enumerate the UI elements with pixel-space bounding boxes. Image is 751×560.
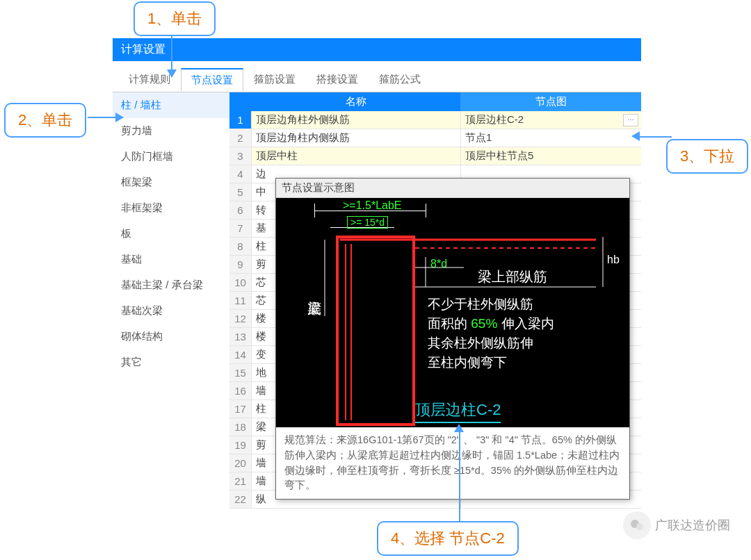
sidebar-item[interactable]: 人防门框墙 [113, 144, 229, 170]
sidebar: 柱 / 墙柱剪力墙人防门框墙框架梁非框架梁板基础基础主梁 / 承台梁基础次梁砌体… [113, 92, 229, 509]
tab-bar: 计算规则 节点设置 箍筋设置 搭接设置 箍筋公式 [113, 61, 641, 92]
row-number: 18 [229, 418, 252, 436]
sidebar-item[interactable]: 基础 [113, 247, 229, 272]
watermark: 广联达造价圈 [623, 511, 730, 539]
sidebar-item[interactable]: 其它 [113, 349, 229, 375]
row-number: 10 [229, 274, 252, 291]
row-number: 16 [229, 382, 252, 400]
row-number: 14 [229, 346, 252, 363]
popup-title: 节点设置示意图 [276, 179, 629, 198]
svg-point-3 [636, 523, 643, 530]
sidebar-item[interactable]: 基础次梁 [113, 298, 229, 324]
row-fig[interactable]: 顶层中柱节点5 [460, 147, 641, 165]
row-number: 1 [229, 111, 252, 129]
row-number: 6 [229, 201, 252, 219]
tab-hoop-formula[interactable]: 箍筋公式 [369, 68, 431, 92]
grid-header: 名称 节点图 [229, 92, 641, 111]
row-number: 2 [229, 129, 252, 147]
row-fig[interactable]: 顶层边柱C-2⋯ [460, 111, 641, 129]
tab-hoop-set[interactable]: 箍筋设置 [243, 68, 306, 92]
svg-rect-0 [337, 237, 414, 425]
row-number: 15 [229, 364, 252, 381]
desc-line4: 至柱内侧弯下 [428, 354, 507, 372]
popup-footer: 规范算法：来源16G101-1第67页的 "2" 、 "3" 和 "4" 节点。… [276, 427, 629, 499]
sidebar-item[interactable]: 非框架梁 [113, 195, 229, 221]
wechat-icon [623, 511, 651, 539]
row-number: 22 [229, 491, 252, 508]
col-header-fig: 节点图 [460, 92, 641, 111]
row-number: 21 [229, 472, 252, 490]
row-number: 11 [229, 292, 252, 309]
sidebar-item[interactable]: 板 [113, 221, 229, 247]
row-number: 20 [229, 454, 252, 472]
row-number: 5 [229, 183, 252, 201]
table-row[interactable]: 1顶层边角柱外侧纵筋顶层边柱C-2⋯ [229, 111, 641, 129]
tab-splice-set[interactable]: 搭接设置 [306, 68, 369, 92]
row-fig[interactable]: 节点1 [460, 129, 641, 147]
diagram-caption: 顶层边柱C-2 [415, 400, 501, 423]
row-number: 19 [229, 436, 252, 454]
diagram-canvas: >=1.5*LabE >= 15*d 8*d hb 梁上部纵筋 梁底 不少于柱外… [276, 198, 629, 427]
desc-line2: 面积的 65% 伸入梁内 [428, 315, 554, 333]
sidebar-item[interactable]: 剪力墙 [113, 118, 229, 144]
callout-3: 3、下拉 [666, 139, 748, 174]
callout-4: 4、选择 节点C-2 [377, 521, 519, 556]
row-number: 4 [229, 165, 252, 183]
diagram-popup: 节点设置示意图 >=1.5*LabE >= 15*d 8*d hb 梁上部纵筋 … [275, 178, 630, 500]
desc-line3: 其余柱外侧纵筋伸 [428, 334, 533, 352]
sidebar-item[interactable]: 砌体结构 [113, 324, 229, 349]
row-number: 12 [229, 310, 252, 327]
row-number: 8 [229, 238, 252, 255]
sidebar-item[interactable]: 基础主梁 / 承台梁 [113, 272, 229, 298]
row-number: 13 [229, 328, 252, 345]
callout-2: 2、单击 [4, 103, 86, 138]
row-name: 顶层边角柱内侧纵筋 [252, 131, 460, 145]
col-header-name: 名称 [252, 92, 460, 111]
tab-node-set[interactable]: 节点设置 [181, 68, 243, 92]
desc-line1: 不少于柱外侧纵筋 [428, 295, 533, 313]
row-name: 顶层边角柱外侧纵筋 [252, 113, 460, 126]
table-row[interactable]: 3顶层中柱顶层中柱节点5 [229, 147, 641, 165]
sidebar-item[interactable]: 框架梁 [113, 170, 229, 195]
row-name: 顶层中柱 [252, 149, 460, 163]
dropdown-button[interactable]: ⋯ [623, 114, 638, 126]
window-title: 计算设置 [113, 38, 641, 61]
callout-1: 1、单击 [134, 1, 216, 36]
row-number: 17 [229, 400, 252, 418]
row-number: 7 [229, 220, 252, 237]
row-number: 3 [229, 147, 252, 165]
label-beam-top: 梁上部纵筋 [478, 267, 547, 286]
row-number: 9 [229, 256, 252, 273]
label-hb: hb [607, 254, 620, 266]
sidebar-item[interactable]: 柱 / 墙柱 [113, 92, 229, 118]
table-row[interactable]: 2顶层边角柱内侧纵筋节点1 [229, 129, 641, 147]
